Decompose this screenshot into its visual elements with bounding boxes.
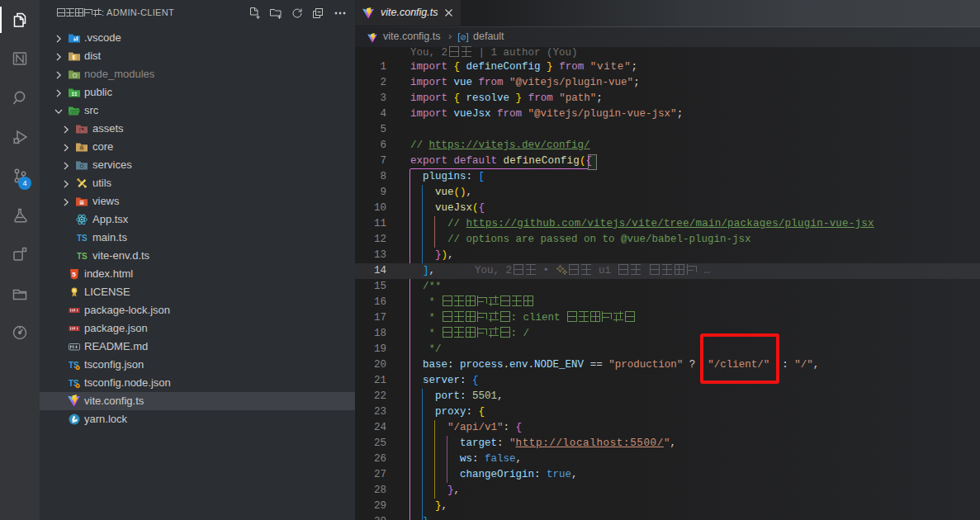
svg-text:TS: TS [77, 234, 88, 243]
svg-text:TS: TS [77, 252, 88, 261]
svg-text:5: 5 [72, 271, 76, 278]
